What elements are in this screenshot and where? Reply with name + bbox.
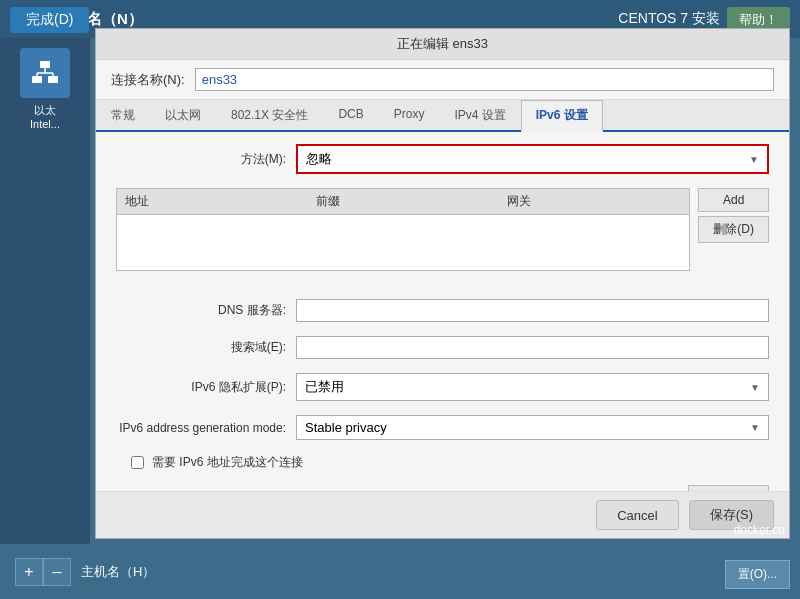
table-body <box>117 215 689 270</box>
table-section-wrapper: 地址 前缀 网关 Add 删除(D) <box>116 188 769 285</box>
connection-name-label: 连接名称(N): <box>111 71 185 89</box>
remove-connection-button[interactable]: – <box>43 558 71 586</box>
bottom-bar: + – 主机名（H） <box>0 544 800 599</box>
tab-ethernet[interactable]: 以太网 <box>150 100 216 130</box>
generation-dropdown-arrow: ▼ <box>750 422 760 433</box>
col-prefix: 前缀 <box>308 189 499 214</box>
dns-input[interactable] <box>296 299 769 322</box>
search-control <box>296 336 769 359</box>
generation-row: IPv6 address generation mode: Stable pri… <box>116 415 769 440</box>
table-header: 地址 前缀 网关 <box>117 189 689 215</box>
dns-label: DNS 服务器: <box>116 302 296 319</box>
method-dropdown-arrow: ▼ <box>749 154 759 165</box>
tab-ipv4[interactable]: IPv4 设置 <box>439 100 520 130</box>
privacy-label: IPv6 隐私扩展(P): <box>116 379 296 396</box>
generation-dropdown[interactable]: Stable privacy ▼ <box>296 415 769 440</box>
cancel-button[interactable]: Cancel <box>596 500 678 530</box>
tab-general[interactable]: 常规 <box>96 100 150 130</box>
privacy-dropdown-arrow: ▼ <box>750 382 760 393</box>
content-area: 方法(M): 忽略 ▼ 地址 前缀 网关 Add 删除(D) <box>96 132 789 491</box>
network-icon <box>20 48 70 98</box>
settings-button[interactable]: 置(O)... <box>725 560 790 589</box>
add-button[interactable]: Add <box>698 188 769 212</box>
dialog-titlebar: 正在编辑 ens33 <box>96 29 789 60</box>
checkbox-row: 需要 IPv6 地址完成这个连接 <box>116 454 769 471</box>
main-dialog: 正在编辑 ens33 连接名称(N): 常规 以太网 802.1X 安全性 DC… <box>95 28 790 539</box>
network-icon-label: 以太Intel... <box>30 103 60 130</box>
dns-control <box>296 299 769 322</box>
method-control: 忽略 ▼ <box>296 144 769 174</box>
privacy-dropdown[interactable]: 已禁用 ▼ <box>296 373 769 401</box>
col-gateway: 网关 <box>499 189 690 214</box>
left-panel: 以太Intel... <box>0 38 90 599</box>
dialog-footer: Cancel 保存(S) <box>96 491 789 538</box>
table-actions: Add 删除(D) <box>698 188 769 285</box>
tabs-row: 常规 以太网 802.1X 安全性 DCB Proxy IPv4 设置 IPv6… <box>96 100 789 132</box>
svg-rect-0 <box>40 61 50 68</box>
generation-control: Stable privacy ▼ <box>296 415 769 440</box>
method-dropdown[interactable]: 忽略 ▼ <box>296 144 769 174</box>
tab-8021x[interactable]: 802.1X 安全性 <box>216 100 323 130</box>
connection-name-input[interactable] <box>195 68 774 91</box>
tab-ipv6[interactable]: IPv6 设置 <box>521 100 603 132</box>
checkbox-label: 需要 IPv6 地址完成这个连接 <box>152 454 303 471</box>
dns-row: DNS 服务器: <box>116 299 769 322</box>
centos-label: CENTOS 7 安装 <box>618 10 720 28</box>
col-address: 地址 <box>117 189 308 214</box>
settings-area: 置(O)... <box>725 560 790 589</box>
method-label: 方法(M): <box>116 151 296 168</box>
search-input[interactable] <box>296 336 769 359</box>
tab-dcb[interactable]: DCB <box>323 100 378 130</box>
connection-name-row: 连接名称(N): <box>96 60 789 100</box>
privacy-control: 已禁用 ▼ <box>296 373 769 401</box>
delete-button[interactable]: 删除(D) <box>698 216 769 243</box>
method-row: 方法(M): 忽略 ▼ <box>116 144 769 174</box>
complete-button[interactable]: 完成(D) <box>10 7 89 33</box>
require-ipv6-checkbox[interactable] <box>131 456 144 469</box>
add-connection-button[interactable]: + <box>15 558 43 586</box>
search-row: 搜索域(E): <box>116 336 769 359</box>
svg-rect-2 <box>48 76 58 83</box>
privacy-row: IPv6 隐私扩展(P): 已禁用 ▼ <box>116 373 769 401</box>
tab-proxy[interactable]: Proxy <box>379 100 440 130</box>
docker-hostname: docker.cn <box>734 523 785 537</box>
search-label: 搜索域(E): <box>116 339 296 356</box>
svg-rect-1 <box>32 76 42 83</box>
address-table: 地址 前缀 网关 <box>116 188 690 271</box>
generation-label: IPv6 address generation mode: <box>116 421 296 435</box>
hostname-label: 主机名（H） <box>81 563 155 581</box>
